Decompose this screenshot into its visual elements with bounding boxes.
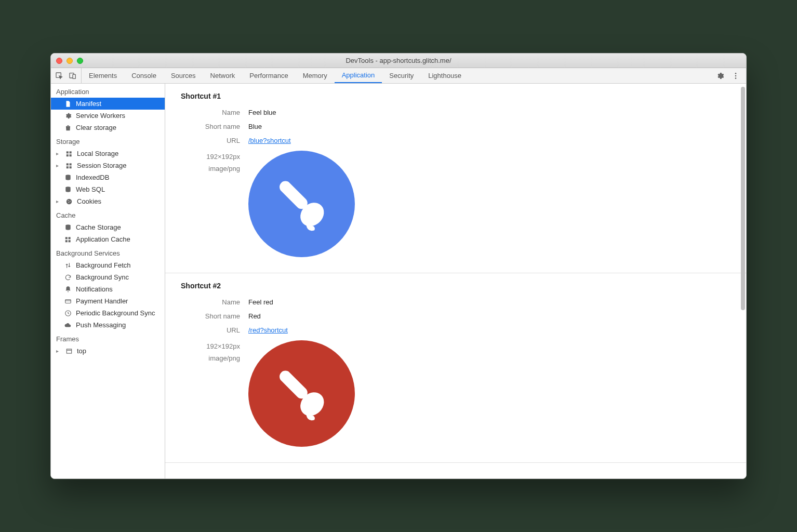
sidebar-section-header: Application bbox=[51, 84, 165, 98]
tab-performance[interactable]: Performance bbox=[242, 68, 295, 83]
svg-rect-12 bbox=[67, 166, 69, 168]
svg-point-19 bbox=[69, 202, 70, 203]
svg-point-16 bbox=[67, 198, 72, 204]
expand-triangle-icon[interactable]: ▸ bbox=[56, 151, 61, 156]
shortcut-block: Shortcut #1 Name Feel blue Short name Bl… bbox=[165, 84, 746, 273]
svg-rect-2 bbox=[73, 74, 75, 78]
shortcut-icon-mime: image/png bbox=[181, 352, 240, 364]
sidebar-item-label: Application Cache bbox=[76, 235, 130, 243]
sidebar-item-notifications[interactable]: Notifications bbox=[51, 283, 165, 295]
sync-icon bbox=[64, 274, 72, 281]
settings-icon[interactable] bbox=[716, 72, 724, 80]
shortcut-heading: Shortcut #2 bbox=[181, 282, 730, 290]
sidebar-item-payment-handler[interactable]: Payment Handler bbox=[51, 295, 165, 307]
svg-rect-21 bbox=[65, 237, 68, 239]
shortcut-short-name: Blue bbox=[248, 123, 262, 130]
sidebar-item-periodic-background-sync[interactable]: Periodic Background Sync bbox=[51, 307, 165, 319]
shortcut-name: Feel red bbox=[248, 298, 273, 306]
sidebar-item-top[interactable]: ▸top bbox=[51, 345, 165, 357]
svg-point-17 bbox=[68, 200, 69, 201]
bell-icon bbox=[64, 286, 72, 293]
inspect-icon[interactable] bbox=[55, 72, 63, 80]
table-icon bbox=[64, 236, 72, 243]
sidebar-item-manifest[interactable]: Manifest bbox=[51, 98, 165, 110]
sidebar-item-label: Cookies bbox=[77, 197, 101, 205]
window-controls bbox=[56, 58, 83, 64]
minimize-window-button[interactable] bbox=[67, 58, 73, 64]
expand-triangle-icon[interactable]: ▸ bbox=[56, 198, 61, 204]
sidebar-item-label: Background Fetch bbox=[76, 261, 131, 269]
svg-point-18 bbox=[70, 201, 71, 202]
sidebar-item-label: Local Storage bbox=[77, 150, 118, 157]
sidebar-item-label: top bbox=[77, 347, 86, 355]
field-label-name: Name bbox=[181, 109, 248, 116]
sidebar-item-application-cache[interactable]: Application Cache bbox=[51, 233, 165, 245]
database-icon bbox=[64, 186, 72, 193]
trash-icon bbox=[64, 124, 72, 131]
application-sidebar: ApplicationManifestService WorkersClear … bbox=[51, 84, 165, 478]
updown-icon bbox=[64, 262, 72, 269]
tab-network[interactable]: Network bbox=[203, 68, 243, 83]
cookie-icon bbox=[65, 198, 73, 205]
shortcut-icon-size: 192×192px bbox=[181, 340, 240, 352]
svg-rect-8 bbox=[67, 154, 69, 156]
field-label-short-name: Short name bbox=[181, 123, 248, 130]
sidebar-item-background-fetch[interactable]: Background Fetch bbox=[51, 259, 165, 271]
tab-memory[interactable]: Memory bbox=[296, 68, 335, 83]
sidebar-item-label: IndexedDB bbox=[76, 174, 109, 181]
svg-point-5 bbox=[735, 77, 737, 79]
tab-sources[interactable]: Sources bbox=[164, 68, 203, 83]
titlebar: DevTools - app-shortcuts.glitch.me/ bbox=[51, 54, 746, 68]
field-label-url: URL bbox=[181, 326, 248, 334]
svg-rect-24 bbox=[69, 240, 71, 242]
shortcut-block: Shortcut #2 Name Feel red Short name Red… bbox=[165, 273, 746, 463]
shortcut-url-link[interactable]: /red?shortcut bbox=[248, 326, 288, 334]
sidebar-item-local-storage[interactable]: ▸Local Storage bbox=[51, 148, 165, 159]
shortcut-icon bbox=[248, 340, 355, 447]
scrollbar[interactable] bbox=[741, 87, 745, 310]
table-icon bbox=[65, 150, 73, 157]
sidebar-item-push-messaging[interactable]: Push Messaging bbox=[51, 319, 165, 331]
sidebar-item-background-sync[interactable]: Background Sync bbox=[51, 271, 165, 283]
sidebar-item-cache-storage[interactable]: Cache Storage bbox=[51, 221, 165, 233]
svg-rect-13 bbox=[70, 166, 72, 168]
sidebar-item-label: Clear storage bbox=[76, 124, 116, 131]
window-title: DevTools - app-shortcuts.glitch.me/ bbox=[51, 57, 746, 64]
devtools-toolbar: ElementsConsoleSourcesNetworkPerformance… bbox=[51, 68, 746, 84]
svg-point-3 bbox=[735, 73, 737, 74]
tab-security[interactable]: Security bbox=[382, 68, 421, 83]
sidebar-item-indexeddb[interactable]: IndexedDB bbox=[51, 171, 165, 183]
shortcut-icon-mime: image/png bbox=[181, 163, 240, 175]
sidebar-item-service-workers[interactable]: Service Workers bbox=[51, 110, 165, 122]
more-icon[interactable] bbox=[732, 72, 740, 80]
sidebar-item-cookies[interactable]: ▸Cookies bbox=[51, 195, 165, 207]
shortcut-url-link[interactable]: /blue?shortcut bbox=[248, 137, 291, 144]
database-icon bbox=[64, 224, 72, 231]
expand-triangle-icon[interactable]: ▸ bbox=[56, 163, 61, 168]
expand-triangle-icon[interactable]: ▸ bbox=[56, 348, 61, 354]
device-toggle-icon[interactable] bbox=[69, 72, 77, 80]
sidebar-item-web-sql[interactable]: Web SQL bbox=[51, 183, 165, 195]
sidebar-item-label: Background Sync bbox=[76, 273, 129, 281]
svg-rect-23 bbox=[65, 240, 68, 242]
tab-lighthouse[interactable]: Lighthouse bbox=[421, 68, 469, 83]
shortcut-short-name: Red bbox=[248, 312, 261, 320]
svg-rect-10 bbox=[67, 163, 69, 165]
tab-console[interactable]: Console bbox=[124, 68, 164, 83]
tab-elements[interactable]: Elements bbox=[82, 68, 124, 83]
close-window-button[interactable] bbox=[56, 58, 62, 64]
sidebar-item-label: Manifest bbox=[76, 100, 101, 108]
shortcut-name: Feel blue bbox=[248, 109, 276, 116]
gear-icon bbox=[64, 112, 72, 119]
sidebar-section-header: Frames bbox=[51, 331, 165, 345]
sidebar-item-session-storage[interactable]: ▸Session Storage bbox=[51, 159, 165, 171]
sidebar-item-clear-storage[interactable]: Clear storage bbox=[51, 122, 165, 134]
sidebar-section-header: Storage bbox=[51, 134, 165, 148]
sidebar-item-label: Web SQL bbox=[76, 185, 105, 193]
shortcut-icon-size: 192×192px bbox=[181, 151, 240, 163]
sidebar-section-header: Cache bbox=[51, 207, 165, 221]
tab-application[interactable]: Application bbox=[335, 68, 382, 83]
svg-point-4 bbox=[735, 75, 737, 76]
app-window: DevTools - app-shortcuts.glitch.me/ Elem… bbox=[50, 53, 747, 479]
zoom-window-button[interactable] bbox=[77, 58, 83, 64]
